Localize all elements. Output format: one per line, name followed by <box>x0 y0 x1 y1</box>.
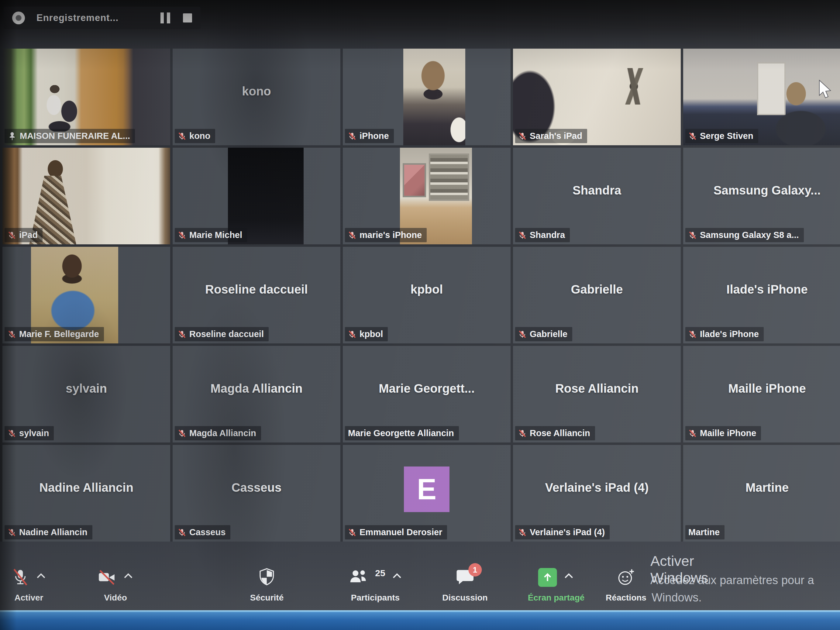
share-screen-icon <box>542 572 554 584</box>
participant-tile[interactable]: Martine Martine <box>683 445 840 542</box>
participant-name: Verlaine's iPad (4) <box>530 527 605 537</box>
toolbar-reactions-button[interactable]: Réactions <box>606 568 646 603</box>
participant-name: Gabrielle <box>530 329 567 339</box>
toolbar-participants-button[interactable]: 25Participants <box>348 568 402 603</box>
toolbar-item-label: Discussion <box>442 593 488 603</box>
participant-name-label: Maille iPhone <box>685 426 761 441</box>
participant-tile[interactable]: Verlaine's iPad (4) Verlaine's iPad (4) <box>513 445 681 542</box>
toolbar-icon-wrap <box>348 568 368 587</box>
shield-icon <box>258 568 276 587</box>
participant-tile[interactable]: Casseus Casseus <box>173 445 340 542</box>
caret-up-icon[interactable] <box>123 572 133 579</box>
toolbar-security-button[interactable]: Sécurité <box>250 568 284 603</box>
participant-display-name: Martine <box>683 480 840 494</box>
caret-up-icon[interactable] <box>564 572 574 579</box>
toolbar-item-label: Activer <box>14 593 43 603</box>
participant-tile[interactable]: Marie F. Bellegarde <box>2 247 170 343</box>
participant-name: Emmanuel Derosier <box>360 527 442 537</box>
pin-icon <box>8 132 17 141</box>
caret-up-icon[interactable] <box>392 572 403 579</box>
toolbar-share-button[interactable]: Écran partagé <box>528 568 585 603</box>
participant-tile[interactable]: Magda Alliancin Magda Alliancin <box>173 346 340 442</box>
recording-indicator: Enregistrement... <box>4 7 201 29</box>
participant-name-label: Sarah's iPad <box>515 129 587 143</box>
participant-name: Martine <box>688 527 720 537</box>
toolbar-icon-row <box>617 568 635 588</box>
toolbar-chat-button[interactable]: 1Discussion <box>442 568 488 603</box>
participant-tile[interactable]: Gabrielle Gabrielle <box>513 247 681 343</box>
participant-name: kono <box>189 131 210 141</box>
toolbar-mute-button[interactable]: Activer <box>11 568 46 603</box>
muted-mic-icon <box>178 132 186 141</box>
muted-mic-icon <box>8 330 16 339</box>
toolbar-icon-row: 1 <box>456 568 474 588</box>
participant-name: Maille iPhone <box>700 428 756 438</box>
participant-tile[interactable]: E Emmanuel Derosier <box>343 445 510 542</box>
muted-mic-icon <box>348 528 357 537</box>
participant-display-name: kono <box>173 84 340 98</box>
stop-recording-button[interactable] <box>183 13 192 22</box>
reactions-icon <box>617 568 635 587</box>
participant-tile[interactable]: iPhone <box>343 49 510 145</box>
participant-name: iPad <box>19 230 38 240</box>
participant-name-label: Nadine Alliancin <box>5 525 92 540</box>
muted-mic-icon <box>688 330 697 339</box>
caret-up-icon[interactable] <box>36 572 46 579</box>
muted-mic-icon <box>348 231 357 240</box>
participant-tile[interactable]: iPad <box>2 148 170 244</box>
participant-tile[interactable]: Sarah's iPad <box>513 49 681 145</box>
participant-tile[interactable]: kono kono <box>173 49 340 145</box>
caret-wrap[interactable] <box>392 572 403 581</box>
participant-tile[interactable]: Maille iPhone Maille iPhone <box>683 346 840 442</box>
participant-name-label: Gabrielle <box>515 327 572 341</box>
toolbar-icon-wrap <box>11 568 29 588</box>
participant-name-label: Samsung Galaxy S8 a... <box>685 228 804 242</box>
participant-tile[interactable]: sylvain sylvain <box>2 346 170 442</box>
stop-icon <box>183 13 192 22</box>
participant-tile[interactable]: Roseline daccueil Roseline daccueil <box>173 247 340 343</box>
mouse-cursor <box>818 80 834 99</box>
participant-name-label: Marie Michel <box>175 228 247 242</box>
participant-tile[interactable]: Nadine Alliancin Nadine Alliancin <box>2 445 170 542</box>
participant-tile[interactable]: Serge Stiven <box>683 49 840 145</box>
participant-tile[interactable]: Marie Georgett... Marie Georgette Allian… <box>343 346 510 442</box>
share-screen-icon-box <box>538 568 557 587</box>
toolbar-icon-wrap <box>617 568 635 588</box>
participant-tile[interactable]: Samsung Galaxy... Samsung Galaxy S8 a... <box>683 148 840 244</box>
participant-name-label: Emmanuel Derosier <box>345 525 447 540</box>
muted-mic-icon <box>8 231 16 240</box>
participant-name: Marie Georgette Alliancin <box>348 428 454 438</box>
muted-mic-icon <box>348 330 357 339</box>
participant-tile[interactable]: Shandra Shandra <box>513 148 681 244</box>
participant-tile[interactable]: marie's iPhone <box>343 148 510 244</box>
participant-tile[interactable]: MAISON FUNERAIRE AL... <box>2 49 170 145</box>
toolbar-item-label: Réactions <box>606 593 646 603</box>
toolbar-video-button[interactable]: Vidéo <box>98 568 133 603</box>
participant-name: Nadine Alliancin <box>19 527 87 537</box>
muted-mic-icon <box>518 231 527 240</box>
participant-name: Casseus <box>189 527 226 537</box>
participant-name: Samsung Galaxy S8 a... <box>700 230 799 240</box>
meeting-toolbar: ActiverVidéoSécurité25Participants1Discu… <box>0 564 840 610</box>
participant-name: Ilade's iPhone <box>700 329 759 339</box>
participant-name: Roseline daccueil <box>189 329 264 339</box>
participant-name-label: Magda Alliancin <box>175 426 261 441</box>
participant-tile[interactable]: Marie Michel <box>173 148 340 244</box>
toolbar-item-label: Écran partagé <box>528 593 585 603</box>
participant-tile[interactable]: Rose Alliancin Rose Alliancin <box>513 346 681 442</box>
pause-icon <box>161 13 164 24</box>
participant-name-label: Martine <box>685 525 725 540</box>
participant-display-name: Verlaine's iPad (4) <box>513 480 681 494</box>
participant-name-label: iPhone <box>345 129 394 143</box>
participant-name-label: Serge Stiven <box>685 129 758 143</box>
caret-wrap[interactable] <box>36 572 46 581</box>
caret-wrap[interactable] <box>564 572 574 581</box>
toolbar-icon-row <box>11 568 46 588</box>
participant-tile[interactable]: kpbol kpbol <box>343 247 510 343</box>
participant-display-name: Marie Georgett... <box>343 381 510 395</box>
muted-mic-icon <box>688 132 697 141</box>
participant-name-label: Casseus <box>175 525 231 540</box>
pause-recording-button[interactable] <box>161 13 170 24</box>
caret-wrap[interactable] <box>123 572 133 581</box>
participant-tile[interactable]: Ilade's iPhone Ilade's iPhone <box>683 247 840 343</box>
